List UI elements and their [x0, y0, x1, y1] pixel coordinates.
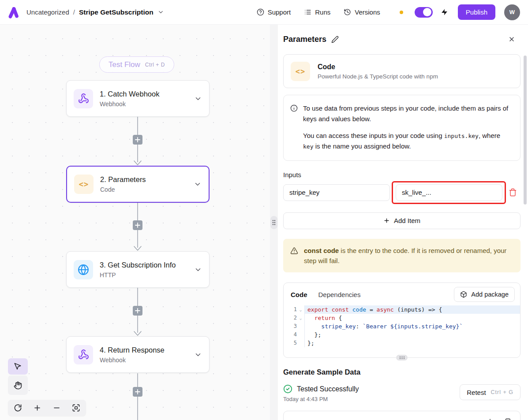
- delete-input-button[interactable]: [506, 186, 520, 200]
- trash-icon: [509, 188, 517, 197]
- select-tool-button[interactable]: [8, 358, 28, 375]
- breadcrumb: Uncategorized / Stripe GetSubscription: [26, 8, 164, 16]
- close-icon: [508, 36, 515, 43]
- flow-node-catch-webhook[interactable]: 1. Catch Webhook Webhook: [66, 80, 210, 117]
- add-step-button[interactable]: [133, 306, 142, 316]
- code-line[interactable]: 5};: [284, 339, 520, 347]
- fit-view-icon: [72, 404, 80, 412]
- section-resize-handle[interactable]: [396, 355, 408, 361]
- node-title: 3. Get Subscription Info: [100, 261, 176, 269]
- chevron-down-icon[interactable]: [194, 266, 202, 274]
- test-flow-label: Test Flow: [109, 60, 140, 69]
- flow-menu-chevron-down-icon[interactable]: [157, 9, 164, 15]
- toggle-knob: [423, 8, 431, 16]
- tab-dependencies[interactable]: Dependencies: [318, 291, 361, 298]
- step-settings-panel: Parameters <> Code Powerful Node.js & Ty…: [278, 25, 528, 420]
- check-circle-icon: [283, 384, 292, 394]
- grip-dots-icon: [399, 356, 405, 359]
- app-logo-icon: [7, 6, 20, 19]
- code-line[interactable]: 4 };: [284, 331, 520, 339]
- download-output-button[interactable]: [486, 418, 494, 420]
- add-step-button[interactable]: [133, 135, 142, 145]
- flow-node-return-response[interactable]: 4. Return Response Webhook: [66, 336, 210, 373]
- tab-code[interactable]: Code: [291, 291, 307, 298]
- breadcrumb-separator: /: [73, 8, 75, 16]
- const-code-warning: const code is the entry to the code. If …: [283, 239, 521, 273]
- add-package-button[interactable]: Add package: [454, 287, 515, 302]
- node-title: 4. Return Response: [100, 346, 165, 354]
- panel-resizer[interactable]: [270, 25, 278, 420]
- support-button[interactable]: Support: [257, 8, 291, 16]
- add-step-button[interactable]: [133, 220, 142, 230]
- zoom-out-button[interactable]: [49, 400, 65, 416]
- node-subtitle: Webhook: [100, 357, 165, 364]
- breadcrumb-category[interactable]: Uncategorized: [26, 8, 69, 16]
- versions-history-icon: [344, 8, 351, 16]
- node-subtitle: Code: [100, 186, 146, 193]
- flow-node-parameters[interactable]: <> 2. Parameters Code: [66, 166, 210, 203]
- input-key-field[interactable]: [283, 184, 390, 201]
- code-line[interactable]: 2⌄ return {: [284, 314, 520, 322]
- inputs-info-note: To use data from previous steps in your …: [283, 95, 521, 161]
- flow-node-get-subscription-info[interactable]: 3. Get Subscription Info HTTP: [66, 251, 210, 288]
- unsaved-status-dot: [400, 11, 403, 14]
- step-type-card[interactable]: <> Code Powerful Node.js & TypeScript co…: [283, 54, 521, 88]
- pan-tool-button[interactable]: [8, 375, 28, 395]
- info-icon: [290, 104, 298, 112]
- user-avatar[interactable]: W: [504, 4, 520, 20]
- fit-view-button[interactable]: [68, 400, 84, 416]
- runs-list-icon: [304, 8, 311, 16]
- retest-label: Retest: [467, 389, 486, 396]
- retest-button[interactable]: Retest Ctrl + G: [460, 384, 521, 400]
- flow-canvas[interactable]: Test Flow Ctrl + D 1. Catch Webhook Webh…: [0, 25, 270, 420]
- test-status-label: Tested Successfully: [297, 385, 359, 393]
- chevron-down-icon[interactable]: [194, 351, 202, 359]
- runs-button[interactable]: Runs: [304, 8, 330, 16]
- code-editor[interactable]: 1⌄export const code = async (inputs) => …: [284, 304, 520, 353]
- plus-icon: [33, 404, 41, 412]
- panel-scrollbar[interactable]: [524, 56, 527, 204]
- webhook-icon: [74, 89, 93, 108]
- close-panel-button[interactable]: [508, 36, 515, 43]
- reset-zoom-button[interactable]: [10, 400, 26, 416]
- chevron-down-icon[interactable]: [194, 95, 202, 103]
- flow-title[interactable]: Stripe GetSubscription: [79, 8, 154, 16]
- publish-button[interactable]: Publish: [458, 4, 495, 20]
- flow-connector: [132, 203, 143, 251]
- runs-label: Runs: [315, 8, 330, 16]
- versions-button[interactable]: Versions: [344, 8, 380, 16]
- hand-icon: [14, 381, 22, 390]
- minus-icon: [52, 404, 61, 412]
- help-circle-icon: [257, 8, 264, 16]
- code-icon: <>: [74, 175, 94, 194]
- info-paragraph-2: You can access these inputs in your code…: [303, 130, 511, 151]
- code-line[interactable]: 3 stripe_key: `Bearer ${inputs.stripe_ke…: [284, 322, 520, 331]
- plus-icon: [383, 217, 390, 224]
- panel-title: Parameters: [283, 35, 326, 44]
- node-title: 1. Catch Webhook: [100, 90, 159, 98]
- panel-resize-handle[interactable]: [270, 216, 277, 229]
- add-item-button[interactable]: Add Item: [283, 212, 521, 229]
- versions-label: Versions: [355, 8, 380, 16]
- package-icon: [460, 291, 467, 298]
- code-line[interactable]: 1⌄export const code = async (inputs) => …: [284, 305, 520, 314]
- input-key-value-row: [283, 181, 521, 204]
- chevron-down-icon[interactable]: [194, 180, 202, 188]
- zoom-in-button[interactable]: [29, 400, 45, 416]
- input-value-field[interactable]: [396, 184, 502, 201]
- add-step-button[interactable]: [133, 387, 142, 397]
- rename-step-button[interactable]: [331, 36, 339, 43]
- support-label: Support: [268, 8, 291, 16]
- instant-run-bolt-icon[interactable]: [441, 8, 448, 16]
- download-icon: [486, 418, 494, 420]
- copy-output-button[interactable]: [505, 418, 513, 420]
- grip-dots-icon: [272, 219, 276, 226]
- code-editor-card: Code Dependencies Add package 1⌄export c…: [283, 282, 521, 358]
- node-title: 2. Parameters: [100, 175, 146, 184]
- header-actions: Support Runs Versions Publish W: [257, 4, 520, 20]
- test-flow-shortcut: Ctrl + D: [145, 62, 165, 68]
- canvas-zoom-toolbar: [8, 400, 86, 416]
- test-flow-button[interactable]: Test Flow Ctrl + D: [99, 56, 174, 73]
- add-item-label: Add Item: [394, 217, 420, 224]
- flow-enabled-toggle[interactable]: [415, 7, 433, 18]
